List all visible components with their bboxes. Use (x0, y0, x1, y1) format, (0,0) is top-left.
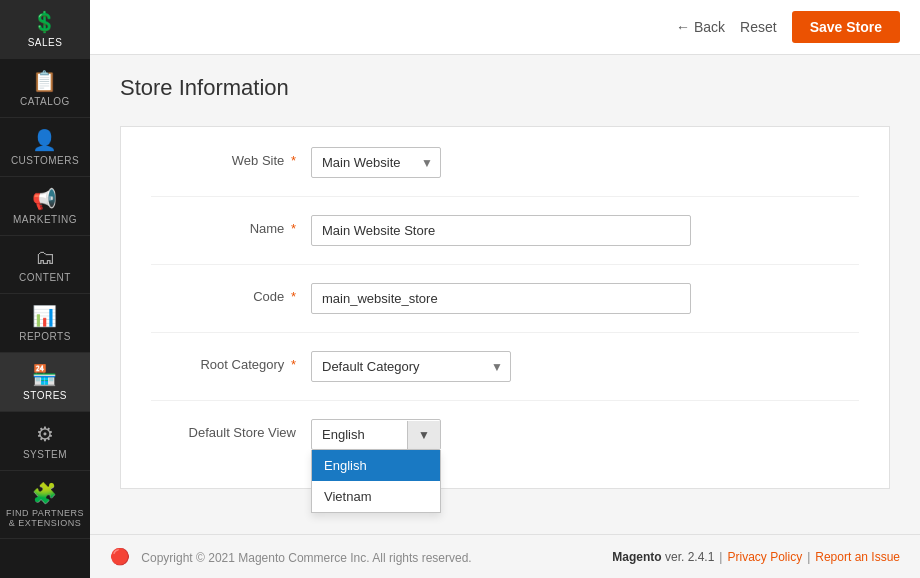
sidebar-item-label: MARKETING (13, 214, 77, 225)
code-control (311, 283, 711, 314)
find-partners-icon: 🧩 (32, 481, 58, 505)
sidebar: 💲 SALES 📋 CATALOG 👤 CUSTOMERS 📢 MARKETIN… (0, 0, 90, 578)
magento-logo-icon: 🔴 (110, 548, 130, 565)
code-input[interactable] (311, 283, 691, 314)
sidebar-item-label: CUSTOMERS (11, 155, 79, 166)
sidebar-item-label: CONTENT (19, 272, 71, 283)
website-label: Web Site * (151, 147, 311, 168)
form-section: Web Site * Main Website ▼ Name * (120, 126, 890, 489)
topbar: ← Back Reset Save Store (90, 0, 920, 55)
default-store-view-label: Default Store View (151, 419, 311, 440)
name-control (311, 215, 711, 246)
sidebar-item-marketing[interactable]: 📢 MARKETING (0, 177, 90, 236)
default-store-view-row: Default Store View English ▼ English Vie… (151, 419, 859, 468)
code-required: * (291, 289, 296, 304)
website-select-wrapper: Main Website ▼ (311, 147, 441, 178)
sidebar-item-system[interactable]: ⚙ SYSTEM (0, 412, 90, 471)
code-label: Code * (151, 283, 311, 304)
root-category-control: Default Category ▼ (311, 351, 711, 382)
version-text: ver. 2.4.1 (665, 550, 714, 564)
content-icon: 🗂 (35, 246, 56, 269)
website-row: Web Site * Main Website ▼ (151, 147, 859, 197)
reset-button[interactable]: Reset (740, 19, 777, 35)
catalog-icon: 📋 (32, 69, 58, 93)
back-button[interactable]: ← Back (676, 19, 725, 35)
website-control: Main Website ▼ (311, 147, 711, 178)
default-store-view-arrow-btn[interactable]: ▼ (407, 421, 440, 449)
name-row: Name * (151, 215, 859, 265)
root-category-select[interactable]: Default Category (311, 351, 511, 382)
name-label: Name * (151, 215, 311, 236)
dropdown-item-vietnam[interactable]: Vietnam (312, 481, 440, 512)
copyright-text: Copyright © 2021 Magento Commerce Inc. A… (141, 551, 471, 565)
sidebar-item-stores[interactable]: 🏪 STORES (0, 353, 90, 412)
website-required: * (291, 153, 296, 168)
system-icon: ⚙ (36, 422, 55, 446)
default-store-view-value: English (312, 420, 407, 449)
default-store-view-control: English ▼ English Vietnam (311, 419, 711, 450)
sidebar-item-label: SALES (28, 37, 63, 48)
main-content: ← Back Reset Save Store Store Informatio… (90, 0, 920, 578)
sidebar-item-customers[interactable]: 👤 CUSTOMERS (0, 118, 90, 177)
default-store-view-trigger[interactable]: English ▼ (311, 419, 441, 450)
root-category-row: Root Category * Default Category ▼ (151, 351, 859, 401)
dropdown-item-english[interactable]: English (312, 450, 440, 481)
sidebar-item-label: CATALOG (20, 96, 70, 107)
sidebar-item-catalog[interactable]: 📋 CATALOG (0, 59, 90, 118)
footer-links: Magento ver. 2.4.1 | Privacy Policy | Re… (612, 550, 900, 564)
root-category-label: Root Category * (151, 351, 311, 372)
magento-version: Magento ver. 2.4.1 (612, 550, 714, 564)
root-category-select-wrapper: Default Category ▼ (311, 351, 511, 382)
sidebar-item-label: FIND PARTNERS & EXTENSIONS (5, 508, 85, 528)
save-store-button[interactable]: Save Store (792, 11, 900, 43)
root-category-required: * (291, 357, 296, 372)
website-select[interactable]: Main Website (311, 147, 441, 178)
page-title: Store Information (120, 75, 890, 101)
sidebar-item-label: REPORTS (19, 331, 71, 342)
report-issue-link[interactable]: Report an Issue (815, 550, 900, 564)
sidebar-item-label: STORES (23, 390, 67, 401)
default-store-view-dropdown: English ▼ English Vietnam (311, 419, 441, 450)
sales-icon: 💲 (32, 10, 58, 34)
sidebar-item-label: SYSTEM (23, 449, 67, 460)
content-area: Store Information Web Site * Main Websit… (90, 55, 920, 534)
sidebar-item-reports[interactable]: 📊 REPORTS (0, 294, 90, 353)
code-row: Code * (151, 283, 859, 333)
footer: 🔴 Copyright © 2021 Magento Commerce Inc.… (90, 534, 920, 578)
sidebar-item-content[interactable]: 🗂 CONTENT (0, 236, 90, 294)
customers-icon: 👤 (32, 128, 58, 152)
name-required: * (291, 221, 296, 236)
sidebar-item-find-partners[interactable]: 🧩 FIND PARTNERS & EXTENSIONS (0, 471, 90, 539)
stores-icon: 🏪 (32, 363, 58, 387)
magento-label: Magento (612, 550, 661, 564)
default-store-view-menu: English Vietnam (311, 450, 441, 513)
footer-copyright: 🔴 Copyright © 2021 Magento Commerce Inc.… (110, 547, 472, 566)
reports-icon: 📊 (32, 304, 58, 328)
marketing-icon: 📢 (32, 187, 58, 211)
privacy-policy-link[interactable]: Privacy Policy (727, 550, 802, 564)
sidebar-item-sales[interactable]: 💲 SALES (0, 0, 90, 59)
name-input[interactable] (311, 215, 691, 246)
